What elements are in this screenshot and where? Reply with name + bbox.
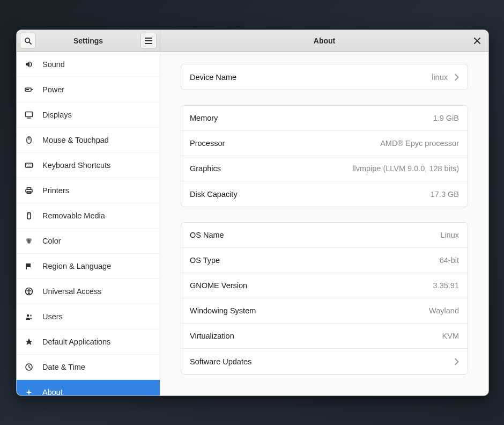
sidebar-item-label: About <box>42 388 63 395</box>
close-button[interactable] <box>471 35 483 47</box>
ostype-row: OS Type 64-bit <box>181 248 468 273</box>
close-icon <box>474 38 480 44</box>
sidebar-item-region-language[interactable]: Region & Language <box>17 254 160 279</box>
svg-rect-19 <box>27 188 31 190</box>
disk-row: Disk Capacity 17.3 GB <box>181 181 468 207</box>
svg-point-16 <box>29 164 30 165</box>
sidebar-item-about[interactable]: About <box>17 380 160 395</box>
windowing-label: Windowing System <box>190 306 256 315</box>
sidebar-item-label: Universal Access <box>42 287 101 296</box>
device-name-row[interactable]: Device Name linux <box>181 64 468 90</box>
svg-rect-7 <box>32 89 33 90</box>
svg-rect-13 <box>26 163 33 167</box>
sidebar-item-displays[interactable]: Displays <box>17 102 160 128</box>
sidebar-item-color[interactable]: Color <box>17 229 160 254</box>
ostype-label: OS Type <box>190 256 220 265</box>
sidebar-item-removable-media[interactable]: Removable Media <box>17 203 160 229</box>
device-name-value: linux <box>432 73 448 82</box>
svg-point-31 <box>30 314 32 317</box>
removable-media-icon <box>24 211 34 221</box>
about-content: Device Name linux Memory 1.9 GiB Proc <box>160 52 488 395</box>
svg-rect-2 <box>145 38 152 39</box>
sidebar-item-mouse-touchpad[interactable]: Mouse & Touchpad <box>17 128 160 153</box>
svg-point-29 <box>28 289 30 291</box>
sidebar: Settings SoundPowerDisplaysMouse & Touch… <box>17 30 160 395</box>
graphics-label: Graphics <box>190 164 221 173</box>
gnome-label: GNOME Version <box>190 281 247 290</box>
gnome-row: GNOME Version 3.35.91 <box>181 273 468 298</box>
sidebar-title: Settings <box>39 36 137 45</box>
svg-rect-8 <box>26 89 29 90</box>
osname-row: OS Name Linux <box>181 223 468 248</box>
hamburger-icon <box>145 38 152 44</box>
software-updates-row[interactable]: Software Updates <box>181 349 468 374</box>
main-panel: About Device Name linux <box>160 30 488 395</box>
svg-marker-5 <box>26 61 29 68</box>
sidebar-item-default-apps[interactable]: Default Applications <box>17 329 160 355</box>
sidebar-item-sound[interactable]: Sound <box>17 52 160 77</box>
svg-point-14 <box>26 164 27 165</box>
processor-value: AMD® Epyc processor <box>380 139 459 148</box>
sidebar-item-universal-access[interactable]: Universal Access <box>17 279 160 304</box>
windowing-value: Wayland <box>429 306 459 315</box>
power-icon <box>24 85 34 94</box>
default-apps-icon <box>24 337 34 347</box>
chevron-right-icon <box>454 74 459 81</box>
sidebar-item-printers[interactable]: Printers <box>17 178 160 203</box>
hardware-group: Memory 1.9 GiB Processor AMD® Epyc proce… <box>181 105 468 207</box>
osname-label: OS Name <box>190 231 224 239</box>
sound-icon <box>24 60 34 69</box>
keyboard-shortcuts-icon <box>24 160 34 170</box>
svg-marker-34 <box>26 389 32 395</box>
sidebar-item-power[interactable]: Power <box>17 77 160 102</box>
sidebar-item-users[interactable]: Users <box>17 304 160 329</box>
software-updates-label: Software Updates <box>190 357 251 366</box>
sidebar-item-label: Printers <box>42 186 69 195</box>
sidebar-item-keyboard-shortcuts[interactable]: Keyboard Shortcuts <box>17 153 160 178</box>
search-button[interactable] <box>20 33 36 49</box>
virt-row: Virtualization KVM <box>181 324 468 349</box>
sidebar-item-label: Color <box>42 237 61 245</box>
device-group: Device Name linux <box>181 64 468 90</box>
memory-label: Memory <box>190 114 218 122</box>
svg-rect-27 <box>26 263 27 269</box>
mouse-touchpad-icon <box>24 135 34 145</box>
svg-rect-3 <box>145 40 152 41</box>
device-name-label: Device Name <box>190 73 236 82</box>
svg-rect-17 <box>27 166 31 166</box>
processor-row: Processor AMD® Epyc processor <box>181 131 468 156</box>
universal-access-icon <box>24 287 34 296</box>
sidebar-item-label: Date & Time <box>42 363 85 371</box>
sidebar-item-label: Mouse & Touchpad <box>42 136 109 144</box>
memory-value: 1.9 GiB <box>433 114 459 122</box>
settings-window: Settings SoundPowerDisplaysMouse & Touch… <box>16 30 489 396</box>
sidebar-list: SoundPowerDisplaysMouse & TouchpadKeyboa… <box>17 52 160 395</box>
ostype-value: 64-bit <box>440 256 459 265</box>
printers-icon <box>24 186 34 195</box>
graphics-row: Graphics llvmpipe (LLVM 9.0.0, 128 bits) <box>181 156 468 181</box>
svg-line-1 <box>29 42 31 44</box>
sidebar-item-label: Default Applications <box>42 338 110 346</box>
sidebar-header: Settings <box>17 30 160 52</box>
sidebar-item-label: Region & Language <box>42 262 111 270</box>
svg-point-30 <box>27 314 29 317</box>
sidebar-item-date-time[interactable]: Date & Time <box>17 355 160 380</box>
os-group: OS Name Linux OS Type 64-bit GNOME Versi… <box>181 222 468 375</box>
sidebar-item-label: Sound <box>42 60 65 69</box>
displays-icon <box>24 110 34 120</box>
virt-label: Virtualization <box>190 332 234 340</box>
chevron-right-icon <box>454 358 459 365</box>
windowing-row: Windowing System Wayland <box>181 298 468 324</box>
svg-point-25 <box>27 240 31 244</box>
memory-row: Memory 1.9 GiB <box>181 106 468 131</box>
users-icon <box>24 312 34 321</box>
sidebar-item-label: Power <box>42 85 64 94</box>
region-language-icon <box>24 261 34 271</box>
search-icon <box>24 37 32 45</box>
disk-value: 17.3 GB <box>431 190 459 199</box>
sidebar-item-label: Keyboard Shortcuts <box>42 161 110 170</box>
sidebar-item-label: Displays <box>42 111 72 119</box>
color-icon <box>24 236 34 246</box>
sidebar-item-label: Users <box>42 312 63 321</box>
menu-button[interactable] <box>140 33 157 49</box>
